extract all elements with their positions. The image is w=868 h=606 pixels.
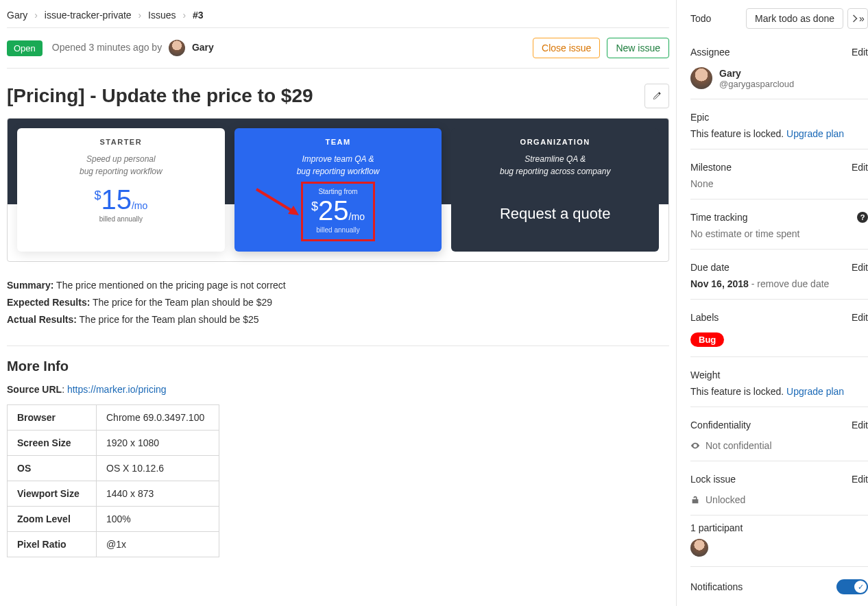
sidebar: Todo Mark todo as done » Assignee Edit G…: [676, 0, 868, 606]
table-key: Viewport Size: [8, 481, 97, 506]
breadcrumb-sep: ›: [138, 10, 142, 21]
source-url-link[interactable]: https://marker.io/pricing: [67, 384, 167, 395]
plan-price: $15/mo: [27, 184, 215, 215]
milestone-value: None: [690, 178, 868, 189]
label-bug[interactable]: Bug: [690, 332, 724, 347]
lock-value: Unlocked: [706, 494, 745, 505]
participants-label: 1 participant: [690, 522, 868, 533]
status-row: Open Opened 3 minutes ago by Gary Close …: [7, 28, 669, 69]
lock-edit[interactable]: Edit: [852, 474, 868, 485]
new-issue-button[interactable]: New issue: [607, 38, 669, 58]
avatar[interactable]: [690, 67, 712, 89]
milestone-block: Milestone Edit None: [690, 149, 868, 199]
page-title: [Pricing] - Update the price to $29: [7, 85, 313, 107]
author-name[interactable]: Gary: [192, 42, 214, 53]
table-key: Zoom Level: [8, 506, 97, 531]
plan-organization: ORGANIZATION Streamline QA & bug reporti…: [451, 128, 659, 252]
table-value: Chrome 69.0.3497.100: [97, 404, 219, 430]
opened-text: Opened 3 minutes ago by: [52, 42, 162, 53]
due-date-edit[interactable]: Edit: [852, 262, 868, 273]
epic-block: Epic This feature is locked. Upgrade pla…: [690, 99, 868, 149]
table-key: Screen Size: [8, 430, 97, 455]
chevron-right-icon: [851, 14, 859, 23]
epic-label: Epic: [690, 112, 709, 123]
breadcrumb-sep: ›: [182, 10, 186, 21]
check-icon: ✓: [854, 581, 867, 593]
title-row: [Pricing] - Update the price to $29: [7, 69, 669, 118]
confidentiality-edit[interactable]: Edit: [852, 420, 868, 431]
time-tracking-label: Time tracking: [690, 212, 748, 223]
info-icon[interactable]: ?: [857, 212, 868, 223]
plan-tagline: Improve team QA & bug reporting workflow: [244, 153, 433, 178]
actual-text: The price for the Team plan should be $2…: [80, 314, 259, 325]
breadcrumb-sep: ›: [34, 10, 38, 21]
plan-price: $25/mo: [311, 195, 365, 226]
todo-label: Todo: [690, 13, 711, 24]
upgrade-plan-link[interactable]: Upgrade plan: [786, 128, 844, 139]
eye-icon: [690, 441, 700, 450]
highlight-box: Starting from $25/mo billed annually: [301, 182, 375, 241]
lock-label: Lock issue: [690, 474, 736, 485]
assignee-name[interactable]: Gary: [719, 68, 794, 79]
table-key: Browser: [8, 404, 97, 430]
table-row: Zoom Level100%: [8, 506, 219, 531]
opened-by: Opened 3 minutes ago by Gary: [52, 40, 214, 56]
plan-tagline: Speed up personal bug reporting workflow: [27, 153, 215, 178]
table-row: Screen Size1920 x 1080: [8, 430, 219, 455]
attachment-image: STARTER Speed up personal bug reporting …: [7, 118, 669, 262]
status-badge: Open: [7, 40, 43, 56]
due-date-value: Nov 16, 2018: [690, 278, 749, 289]
remove-due-date[interactable]: - remove due date: [749, 278, 830, 289]
milestone-label: Milestone: [690, 162, 732, 173]
milestone-edit[interactable]: Edit: [852, 162, 868, 173]
todo-row: Todo Mark todo as done »: [690, 8, 868, 34]
avatar[interactable]: [690, 539, 708, 557]
due-date-block: Due date Edit Nov 16, 2018 - remove due …: [690, 250, 868, 300]
mark-todo-done-button[interactable]: Mark todo as done: [746, 8, 843, 29]
table-value: 1440 x 873: [97, 481, 219, 506]
plan-name: TEAM: [244, 138, 433, 146]
plan-name: STARTER: [27, 138, 215, 146]
confidentiality-label: Confidentiality: [690, 420, 751, 431]
summary-text: The price mentioned on the pricing page …: [56, 280, 286, 291]
upgrade-plan-link[interactable]: Upgrade plan: [786, 386, 844, 397]
weight-block: Weight This feature is locked. Upgrade p…: [690, 357, 868, 407]
time-tracking-value: No estimate or time spent: [690, 228, 868, 239]
table-value: @1x: [97, 531, 219, 557]
info-table: BrowserChrome 69.0.3497.100Screen Size19…: [7, 404, 219, 557]
collapse-sidebar-button[interactable]: »: [847, 8, 868, 29]
request-quote: Request a quote: [461, 205, 649, 223]
breadcrumb-section[interactable]: Issues: [148, 10, 176, 21]
labels-edit[interactable]: Edit: [852, 312, 868, 323]
notifications-label: Notifications: [690, 581, 743, 592]
edit-title-button[interactable]: [644, 84, 669, 108]
table-value: 1920 x 1080: [97, 430, 219, 455]
notifications-toggle[interactable]: ✓: [836, 579, 868, 594]
assignee-label: Assignee: [690, 47, 730, 58]
labels-label: Labels: [690, 312, 719, 323]
more-info-heading: More Info: [7, 359, 669, 374]
pencil-icon: [652, 91, 662, 101]
epic-locked-text: This feature is locked.: [690, 128, 784, 139]
actual-label: Actual Results:: [7, 314, 77, 325]
labels-block: Labels Edit Bug: [690, 300, 868, 357]
avatar[interactable]: [169, 40, 185, 56]
breadcrumb: Gary › issue-tracker-private › Issues › …: [7, 7, 669, 28]
plan-billed: billed annually: [27, 215, 215, 223]
breadcrumb-repo[interactable]: issue-tracker-private: [45, 10, 132, 21]
time-tracking-block: Time tracking ? No estimate or time spen…: [690, 199, 868, 250]
breadcrumb-owner[interactable]: Gary: [7, 10, 27, 21]
confidentiality-block: Confidentiality Edit Not confidential: [690, 407, 868, 461]
assignee-handle: @garygasparcloud: [719, 79, 794, 89]
notifications-block: Notifications ✓: [690, 567, 868, 606]
description: Summary: The price mentioned on the pric…: [7, 277, 669, 329]
assignee-edit[interactable]: Edit: [852, 47, 868, 58]
plan-billed: billed annually: [311, 226, 365, 234]
source-url-label: Source URL: [7, 384, 62, 395]
table-value: OS X 10.12.6: [97, 455, 219, 481]
source-url-line: Source URL: https://marker.io/pricing: [7, 384, 669, 395]
breadcrumb-number: #3: [193, 10, 204, 21]
close-issue-button[interactable]: Close issue: [533, 38, 600, 58]
plan-tagline: Streamline QA & bug reporting across com…: [461, 153, 649, 178]
table-key: OS: [8, 455, 97, 481]
